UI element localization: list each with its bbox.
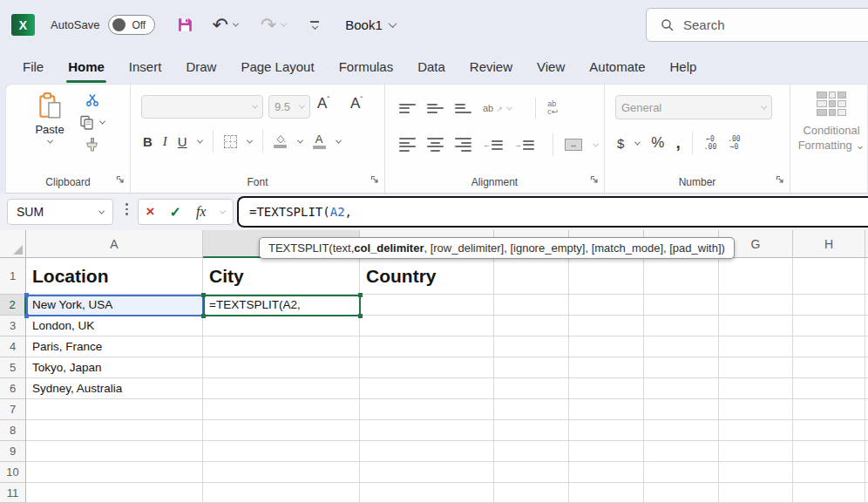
wrap-text-button[interactable]: ab c↩: [547, 100, 558, 116]
row-header-6[interactable]: 6: [0, 378, 26, 399]
row-header-8[interactable]: 8: [0, 420, 26, 441]
cell-G11[interactable]: [719, 483, 793, 503]
cell-G10[interactable]: [719, 462, 793, 483]
fill-color-chevron-icon[interactable]: [297, 137, 303, 143]
cell-F6[interactable]: [644, 378, 719, 399]
font-color-chevron-icon[interactable]: [336, 137, 342, 143]
tab-insert[interactable]: Insert: [117, 52, 174, 81]
cell-H3[interactable]: [793, 316, 865, 336]
cell-C1[interactable]: Country: [360, 258, 494, 295]
alignment-dialog-launcher[interactable]: [590, 172, 599, 187]
underline-button[interactable]: U: [178, 134, 187, 149]
quick-access-toolbar-button[interactable]: [307, 11, 322, 39]
workbook-chevron-icon[interactable]: [388, 19, 397, 28]
cell-C2[interactable]: [360, 295, 494, 316]
cell-B9[interactable]: [203, 441, 360, 462]
cell-D1[interactable]: [494, 258, 569, 295]
row-header-4[interactable]: 4: [0, 336, 26, 357]
cell-H10[interactable]: [793, 462, 865, 483]
cell-F7[interactable]: [644, 399, 719, 420]
cell-C7[interactable]: [360, 399, 494, 420]
cell-B1[interactable]: City: [203, 258, 360, 295]
undo-chevron-icon[interactable]: [233, 21, 239, 27]
cell-C11[interactable]: [360, 483, 494, 503]
name-box[interactable]: SUM: [7, 199, 113, 225]
decrease-indent-button[interactable]: ←: [483, 140, 503, 150]
cell-B10[interactable]: [203, 462, 360, 483]
cell-H1[interactable]: [793, 258, 865, 295]
align-bottom-icon[interactable]: [455, 104, 471, 113]
tab-page-layout[interactable]: Page Layout: [228, 52, 326, 81]
search-box[interactable]: Search: [646, 8, 868, 42]
cell-E4[interactable]: [569, 336, 644, 357]
clipboard-dialog-launcher[interactable]: [116, 172, 125, 187]
cell-E3[interactable]: [569, 316, 644, 336]
cancel-button[interactable]: ×: [146, 205, 155, 219]
font-name-select[interactable]: [141, 95, 263, 119]
cell-B11[interactable]: [203, 483, 360, 503]
cell-C3[interactable]: [360, 316, 494, 336]
cell-A8[interactable]: [26, 420, 203, 441]
cell-H4[interactable]: [793, 336, 865, 357]
cell-D5[interactable]: [494, 357, 569, 378]
cell-F4[interactable]: [644, 336, 719, 357]
cell-G6[interactable]: [719, 378, 793, 399]
increase-font-size-button[interactable]: Aˆ: [317, 95, 329, 112]
cell-E1[interactable]: [569, 258, 644, 295]
cell-D8[interactable]: [494, 420, 569, 441]
cell-H9[interactable]: [793, 441, 865, 462]
cell-C4[interactable]: [360, 336, 494, 357]
enter-button[interactable]: ✓: [169, 204, 180, 221]
row-header-11[interactable]: 11: [0, 483, 26, 503]
cell-H11[interactable]: [793, 483, 865, 503]
select-all-button[interactable]: [0, 230, 26, 258]
cell-D2[interactable]: [494, 295, 569, 316]
align-top-icon[interactable]: [399, 104, 416, 113]
font-size-select[interactable]: 9.5: [268, 95, 310, 119]
decrease-decimal-button[interactable]: .00 →0: [728, 135, 740, 151]
cell-D7[interactable]: [494, 399, 569, 420]
underline-chevron-icon[interactable]: [197, 137, 203, 143]
cell-D9[interactable]: [494, 441, 569, 462]
cell-C8[interactable]: [360, 420, 494, 441]
tab-home[interactable]: Home: [56, 52, 117, 81]
cell-B4[interactable]: [203, 336, 360, 357]
cell-F9[interactable]: [644, 441, 719, 462]
cell-E11[interactable]: [569, 483, 644, 503]
cell-A4[interactable]: Paris, France: [26, 336, 203, 357]
tab-automate[interactable]: Automate: [577, 52, 657, 81]
cell-F1[interactable]: [644, 258, 719, 295]
number-dialog-launcher[interactable]: [776, 172, 784, 187]
tab-review[interactable]: Review: [458, 52, 525, 81]
column-header-H[interactable]: H: [793, 230, 865, 258]
italic-button[interactable]: I: [163, 134, 167, 149]
cell-A1[interactable]: Location: [26, 258, 203, 295]
tab-help[interactable]: Help: [658, 52, 709, 81]
cell-F5[interactable]: [644, 357, 719, 378]
cell-A2[interactable]: New York, USA: [26, 295, 203, 316]
tab-formulas[interactable]: Formulas: [327, 52, 406, 81]
cell-G1[interactable]: [719, 258, 793, 295]
tab-draw[interactable]: Draw: [173, 52, 228, 81]
autosave-toggle[interactable]: Off: [108, 15, 155, 35]
fill-color-button[interactable]: [274, 134, 288, 148]
row-header-2[interactable]: 2: [0, 295, 26, 316]
font-dialog-launcher[interactable]: [370, 172, 379, 187]
increase-indent-button[interactable]: →: [514, 140, 534, 150]
cell-H6[interactable]: [793, 378, 865, 399]
cell-A10[interactable]: [26, 462, 203, 483]
cut-button[interactable]: [85, 93, 99, 107]
copy-button[interactable]: [79, 115, 105, 130]
cell-F8[interactable]: [644, 420, 719, 441]
orientation-button[interactable]: ab →: [483, 103, 512, 113]
row-header-9[interactable]: 9: [0, 441, 26, 462]
cell-E9[interactable]: [569, 441, 644, 462]
cell-C5[interactable]: [360, 357, 494, 378]
formula-input[interactable]: =TEXTSPLIT( A2 ,: [237, 196, 868, 228]
tab-file[interactable]: File: [10, 52, 56, 81]
row-header-7[interactable]: 7: [0, 399, 26, 420]
column-header-A[interactable]: A: [26, 230, 203, 258]
workbook-title[interactable]: Book1: [345, 17, 383, 32]
cell-E10[interactable]: [569, 462, 644, 483]
cell-E5[interactable]: [569, 357, 644, 378]
